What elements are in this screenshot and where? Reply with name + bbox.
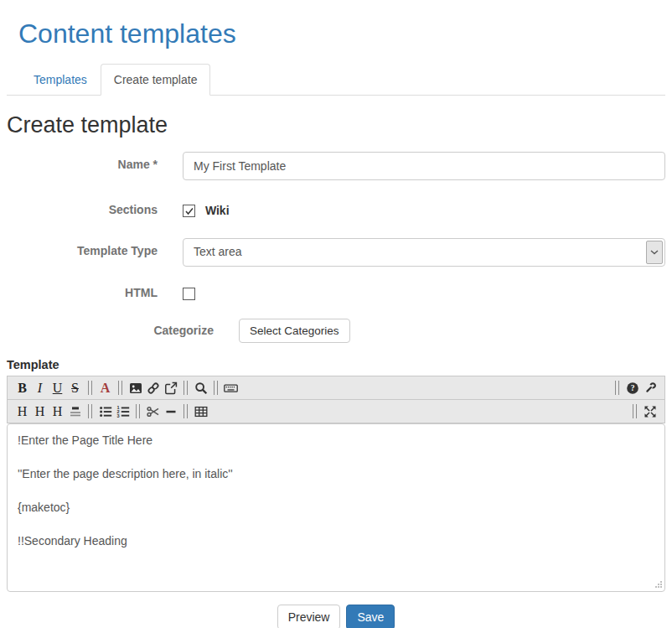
unordered-list-button[interactable] xyxy=(96,402,114,422)
template-type-form-group: Template Type Text area xyxy=(7,238,665,267)
categorize-label: Categorize xyxy=(7,319,214,337)
checkmark-icon xyxy=(184,206,194,216)
tab-bar: Templates Create template xyxy=(7,64,665,96)
underline-button[interactable]: U xyxy=(49,378,66,398)
page-break-button[interactable] xyxy=(144,402,162,422)
toolbar-separator xyxy=(184,381,188,395)
svg-text:?: ? xyxy=(630,384,634,392)
tab-templates-link[interactable]: Templates xyxy=(20,64,101,96)
bold-button[interactable]: B xyxy=(13,378,31,398)
tab-templates: Templates xyxy=(20,64,101,96)
title-bar-icon xyxy=(69,405,82,418)
image-icon xyxy=(129,381,142,395)
name-form-group: Name * xyxy=(7,152,665,180)
html-control xyxy=(183,282,665,300)
tab-create-template: Create template xyxy=(101,64,211,96)
find-button[interactable] xyxy=(192,378,209,398)
template-type-label: Template Type xyxy=(7,238,158,257)
heading3-icon: H xyxy=(53,405,63,418)
html-form-group: HTML xyxy=(7,282,665,300)
template-content-wrap: !Enter the Page Title Here ''Enter the p… xyxy=(7,423,665,592)
fullscreen-button[interactable] xyxy=(641,402,659,422)
unordered-list-icon xyxy=(99,405,112,418)
template-label: Template xyxy=(7,358,665,371)
heading1-icon: H xyxy=(18,405,28,418)
heading2-icon: H xyxy=(35,405,45,418)
form-actions: Preview Save xyxy=(7,605,665,628)
title-bar-button[interactable] xyxy=(66,402,84,422)
search-icon xyxy=(194,381,208,395)
name-control xyxy=(183,152,665,180)
italic-icon: I xyxy=(38,381,42,395)
select-categories-button[interactable]: Select Categories xyxy=(239,319,350,343)
heading2-button[interactable]: H xyxy=(31,402,49,422)
strikethrough-button[interactable]: S xyxy=(66,378,84,398)
table-icon xyxy=(194,405,208,418)
form-heading: Create template xyxy=(7,112,665,138)
toolbar-separator xyxy=(118,381,122,395)
toolbar-separator xyxy=(136,404,140,418)
external-link-button[interactable] xyxy=(162,378,179,398)
template-type-select[interactable]: Text area xyxy=(183,238,665,267)
editor-toolbar-row2: H H H xyxy=(7,399,665,423)
scissors-icon xyxy=(147,405,160,418)
colored-text-button[interactable]: A xyxy=(96,378,114,398)
bold-icon: B xyxy=(18,381,27,395)
html-checkbox[interactable] xyxy=(183,288,195,300)
template-editor: Template B I U S A xyxy=(7,358,665,592)
tab-create-template-link[interactable]: Create template xyxy=(101,64,211,96)
resize-grip-icon[interactable] xyxy=(654,580,663,589)
page-title: Content templates xyxy=(18,18,665,49)
toolbar-separator xyxy=(88,381,92,395)
help-button[interactable]: ? xyxy=(623,378,641,398)
template-content-textarea[interactable]: !Enter the Page Title Here ''Enter the p… xyxy=(7,423,665,592)
horizontal-rule-button[interactable] xyxy=(162,402,179,422)
special-characters-button[interactable] xyxy=(222,378,240,398)
toolbar-separator xyxy=(633,404,637,418)
sections-label: Sections xyxy=(7,199,158,216)
svg-text:3: 3 xyxy=(116,413,119,418)
page: Content templates Templates Create templ… xyxy=(0,18,672,628)
name-input[interactable] xyxy=(183,152,665,180)
heading1-button[interactable]: H xyxy=(13,402,31,422)
template-type-control: Text area xyxy=(183,238,665,267)
wiki-link-button[interactable] xyxy=(144,378,162,398)
preview-button[interactable]: Preview xyxy=(277,605,341,628)
strikethrough-icon: S xyxy=(71,381,79,395)
insert-table-button[interactable] xyxy=(192,402,209,422)
italic-button[interactable]: I xyxy=(31,378,49,398)
external-link-icon xyxy=(164,381,178,395)
editor-toolbar-row1: B I U S A xyxy=(7,376,665,400)
horizontal-rule-icon xyxy=(164,405,178,418)
underline-icon: U xyxy=(53,381,63,395)
link-icon xyxy=(147,381,160,395)
heading3-button[interactable]: H xyxy=(49,402,66,422)
toolbar-separator xyxy=(184,404,188,418)
fullscreen-icon xyxy=(644,405,657,418)
admin-toolbars-button[interactable] xyxy=(641,378,659,398)
toolbar-separator xyxy=(615,381,619,395)
ordered-list-button[interactable]: 1 2 3 xyxy=(114,402,132,422)
toolbar-row1-right: ? xyxy=(611,378,659,398)
ordered-list-icon: 1 2 3 xyxy=(116,405,130,418)
keyboard-icon xyxy=(224,381,238,395)
toolbar-separator xyxy=(214,381,218,395)
html-label: HTML xyxy=(7,282,158,299)
sections-form-group: Sections Wiki xyxy=(7,199,665,217)
sections-control: Wiki xyxy=(183,199,665,217)
categorize-form-group: Categorize Select Categories xyxy=(7,319,665,343)
wiki-checkbox-label: Wiki xyxy=(205,204,230,217)
help-icon: ? xyxy=(626,381,639,395)
insert-image-button[interactable] xyxy=(127,378,144,398)
colored-text-icon: A xyxy=(101,381,111,395)
toolbar-separator xyxy=(88,404,92,418)
toolbar-row2-right xyxy=(628,402,659,422)
chevron-down-icon xyxy=(650,250,659,255)
save-button[interactable]: Save xyxy=(346,605,395,628)
categorize-control: Select Categories xyxy=(239,319,665,343)
template-type-selected-value: Text area xyxy=(194,245,242,258)
wiki-checkbox[interactable] xyxy=(183,205,195,217)
wrench-icon xyxy=(644,381,657,395)
select-arrow-button[interactable] xyxy=(646,241,663,264)
name-label: Name * xyxy=(7,152,158,171)
